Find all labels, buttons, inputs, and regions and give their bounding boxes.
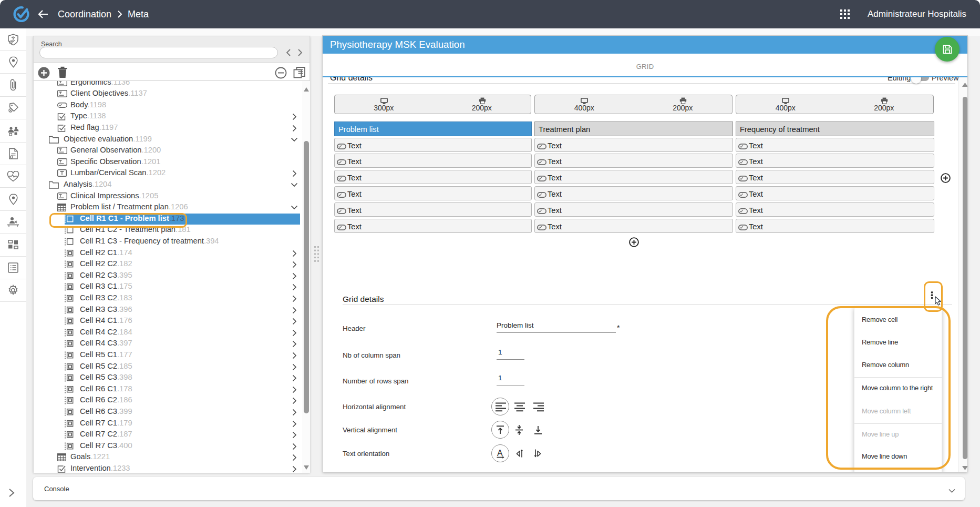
svg-text:A: A — [497, 449, 503, 458]
